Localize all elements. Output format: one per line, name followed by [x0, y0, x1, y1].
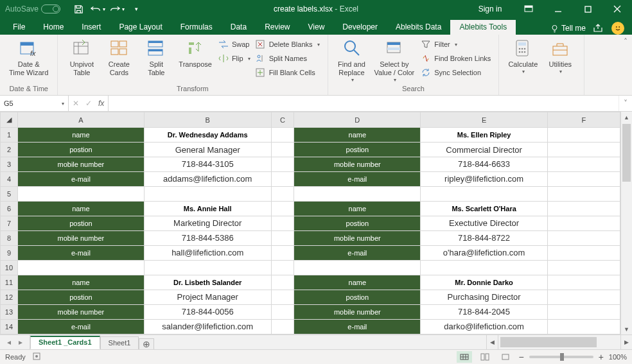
sheet-tab-active[interactable]: Sheet1 _Cards1	[30, 336, 100, 349]
svg-rect-33	[387, 48, 400, 50]
tab-file[interactable]: File	[4, 20, 34, 35]
collapse-ribbon-button[interactable]: ˄	[619, 35, 632, 95]
col-header[interactable]: E	[421, 112, 548, 128]
ribbon: fx Date & Time Wizard Date & Time Unpivo…	[0, 35, 632, 96]
tab-ablebits-tools[interactable]: Ablebits Tools	[450, 20, 516, 35]
tab-view[interactable]: View	[299, 20, 334, 35]
zoom-slider[interactable]	[529, 356, 593, 358]
row-header[interactable]: 1	[1, 128, 18, 143]
zoom-level[interactable]: 100%	[609, 353, 627, 361]
ribbon-options-button[interactable]	[514, 0, 543, 18]
spreadsheet-grid[interactable]: ◢ A B C D E F 1nameDr. Wednesday Addamsn…	[0, 112, 620, 334]
svg-point-26	[258, 55, 260, 58]
select-by-icon	[385, 37, 404, 59]
datetime-wizard-button[interactable]: fx Date & Time Wizard	[5, 36, 52, 77]
swap-button[interactable]: Swap	[216, 38, 253, 51]
sheet-next-icon[interactable]: ▸	[15, 338, 26, 347]
formula-input[interactable]	[109, 96, 619, 111]
select-by-value-button[interactable]: Select by Value / Color▾	[371, 36, 419, 83]
svg-point-37	[519, 48, 521, 50]
flip-button[interactable]: Flip▾	[216, 52, 253, 65]
scroll-thumb[interactable]	[500, 337, 597, 347]
find-replace-button[interactable]: Find and Replace▾	[333, 36, 371, 83]
cards-icon	[109, 37, 128, 59]
col-header[interactable]: A	[17, 112, 144, 128]
share-button[interactable]	[593, 24, 604, 33]
tab-formulas[interactable]: Formulas	[171, 20, 222, 35]
tab-home[interactable]: Home	[34, 20, 73, 35]
fill-blank-button[interactable]: Fill Blank Cells	[253, 66, 322, 79]
qat-customize[interactable]: ▾	[127, 1, 145, 17]
zoom-in-button[interactable]: +	[599, 352, 604, 362]
tell-me[interactable]: Tell me	[550, 24, 586, 33]
svg-rect-51	[481, 354, 484, 360]
create-cards-button[interactable]: Create Cards	[100, 36, 137, 77]
svg-rect-52	[486, 354, 489, 360]
broken-link-icon	[421, 53, 431, 64]
toggle-icon	[41, 4, 60, 13]
group-search: Find and Replace▾ Select by Value / Colo…	[328, 35, 500, 95]
save-icon[interactable]	[69, 1, 87, 17]
cancel-formula-icon[interactable]: ✕	[73, 99, 79, 108]
tab-ablebits-data[interactable]: Ablebits Data	[387, 20, 450, 35]
sheet-tab[interactable]: Sheet1	[100, 336, 139, 349]
transpose-button[interactable]: Transpose	[175, 36, 216, 69]
scroll-right-icon[interactable]: ▶	[620, 335, 632, 349]
minimize-button[interactable]	[543, 0, 573, 18]
tab-insert[interactable]: Insert	[73, 20, 110, 35]
zoom-out-button[interactable]: −	[518, 352, 523, 362]
close-button[interactable]	[602, 0, 632, 18]
view-page-break-button[interactable]	[498, 351, 513, 363]
svg-rect-17	[111, 49, 118, 55]
view-normal-button[interactable]	[457, 351, 472, 363]
split-table-button[interactable]: Split Table	[137, 36, 175, 77]
scroll-down-icon[interactable]: ▼	[621, 324, 632, 334]
signin-button[interactable]: Sign in	[466, 0, 514, 18]
split-icon	[146, 37, 166, 59]
add-sheet-button[interactable]: ⊕	[139, 338, 154, 349]
undo-button[interactable]: ▾	[89, 1, 107, 17]
vertical-scrollbar[interactable]: ▲ ▼	[620, 112, 632, 334]
split-names-button[interactable]: Split Names	[253, 52, 322, 65]
enter-formula-icon[interactable]: ✓	[85, 99, 92, 108]
tab-developer[interactable]: Developer	[333, 20, 387, 35]
tab-pagelayout[interactable]: Page Layout	[110, 20, 171, 35]
tab-data[interactable]: Data	[222, 20, 256, 35]
unpivot-table-button[interactable]: Unpivot Table	[63, 36, 100, 77]
name-box[interactable]: G5▾	[0, 96, 69, 111]
col-header[interactable]: D	[294, 112, 421, 128]
delete-blanks-button[interactable]: Delete Blanks▾	[253, 38, 322, 51]
flip-icon	[218, 53, 229, 64]
calculate-button[interactable]: Calculate▾	[504, 36, 541, 74]
sheet-tab-bar: ◂ ▸ Sheet1 _Cards1 Sheet1 ⊕ ◀ ▶	[0, 334, 632, 349]
svg-rect-18	[119, 49, 127, 55]
tab-review[interactable]: Review	[256, 20, 299, 35]
scroll-left-icon[interactable]: ◀	[486, 335, 498, 349]
sheet-prev-icon[interactable]: ◂	[4, 338, 14, 347]
expand-formula-bar[interactable]: ˅	[619, 96, 632, 111]
svg-rect-22	[148, 49, 162, 51]
col-header[interactable]: F	[547, 112, 620, 128]
sync-selection-button[interactable]: Sync Selection	[418, 66, 493, 79]
col-header[interactable]: B	[144, 112, 271, 128]
utilities-button[interactable]: Utilities▾	[541, 36, 579, 74]
formula-bar: G5▾ ✕ ✓ fx ˅	[0, 96, 632, 112]
fx-icon[interactable]: fx	[98, 99, 104, 108]
scroll-up-icon[interactable]: ▲	[621, 112, 632, 123]
group-label: Date & Time	[5, 85, 52, 95]
svg-point-42	[524, 51, 526, 53]
autosave-toggle[interactable]: AutoSave	[5, 4, 60, 13]
horizontal-scrollbar[interactable]: ◀ ▶	[486, 335, 632, 349]
redo-button[interactable]: ▾	[108, 1, 126, 17]
toolbox-icon	[550, 37, 570, 59]
maximize-button[interactable]	[573, 0, 602, 18]
col-header[interactable]: C	[271, 112, 294, 128]
scroll-thumb[interactable]	[622, 124, 631, 182]
feedback-button[interactable]	[611, 22, 624, 35]
select-all-corner[interactable]: ◢	[1, 112, 18, 128]
funnel-icon	[421, 39, 431, 49]
view-page-layout-button[interactable]	[477, 351, 493, 363]
find-broken-links-button[interactable]: Find Broken Links	[418, 52, 493, 65]
macro-record-icon[interactable]	[32, 352, 41, 362]
filter-button[interactable]: Filter▾	[418, 38, 493, 51]
